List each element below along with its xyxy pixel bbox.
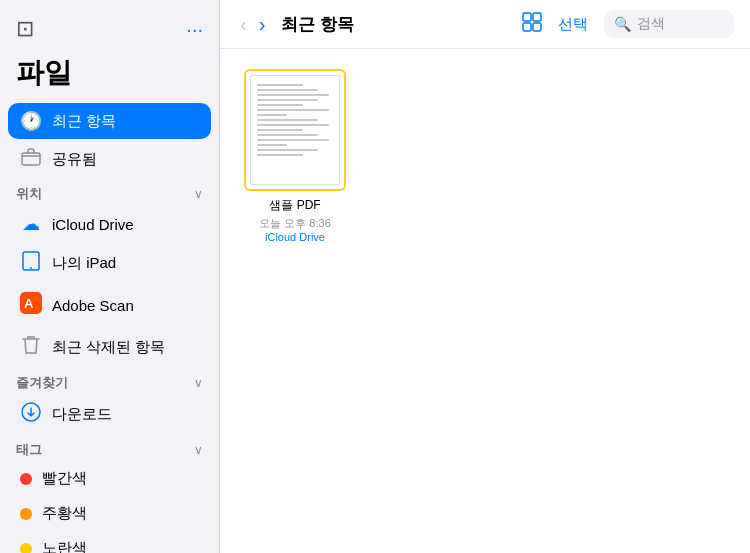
pdf-line: [257, 129, 303, 131]
sidebar-item-deleted[interactable]: 최근 삭제된 항목: [8, 328, 211, 367]
sidebar-item-tag-yellow[interactable]: 노란색: [8, 532, 211, 553]
sidebar-item-label: 나의 iPad: [52, 254, 116, 273]
pdf-line: [257, 124, 329, 126]
icloud-icon: ☁: [20, 213, 42, 235]
forward-button[interactable]: ›: [255, 11, 270, 38]
sidebar-item-downloads[interactable]: 다운로드: [8, 395, 211, 434]
sidebar-item-label: 최근 항목: [52, 112, 116, 131]
topbar-nav: ‹ ›: [236, 11, 269, 38]
folder-shared-icon: [20, 148, 42, 171]
sidebar-item-label: 주황색: [42, 504, 87, 523]
pdf-line: [257, 149, 318, 151]
section-header-location: 위치 ∨: [0, 179, 219, 205]
svg-rect-6: [523, 13, 531, 21]
pdf-line: [257, 104, 303, 106]
sidebar-title: 파일: [16, 57, 72, 88]
sidebar-item-label: 노란색: [42, 539, 87, 553]
sidebar-item-ipad[interactable]: 나의 iPad: [8, 244, 211, 283]
sidebar-item-label: 빨간색: [42, 469, 87, 488]
back-button[interactable]: ‹: [236, 11, 251, 38]
chevron-down-icon[interactable]: ∨: [194, 443, 203, 457]
adobe-scan-icon: A: [20, 292, 42, 319]
topbar: ‹ › 최근 항목 선택 🔍 검색: [220, 0, 750, 49]
pdf-line: [257, 154, 303, 156]
sidebar-item-icloud[interactable]: ☁ iCloud Drive: [8, 206, 211, 242]
search-input[interactable]: 검색: [637, 15, 665, 33]
svg-rect-9: [533, 23, 541, 31]
pdf-line: [257, 89, 318, 91]
select-button[interactable]: 선택: [558, 15, 588, 34]
topbar-right: 선택 🔍 검색: [522, 10, 734, 38]
file-grid: 샘플 PDF 오늘 오후 8:36 iCloud Drive: [220, 49, 750, 553]
download-icon: [20, 402, 42, 427]
sidebar-item-label: Adobe Scan: [52, 297, 134, 314]
pdf-line: [257, 139, 329, 141]
svg-rect-8: [523, 23, 531, 31]
trash-icon: [20, 335, 42, 360]
pdf-line: [257, 94, 329, 96]
sidebar-item-label: 다운로드: [52, 405, 112, 424]
breadcrumb: 최근 항목: [281, 13, 354, 36]
svg-point-2: [30, 267, 32, 269]
search-icon: 🔍: [614, 16, 631, 32]
svg-rect-7: [533, 13, 541, 21]
svg-rect-0: [22, 153, 40, 165]
sidebar: ⊡ ··· 파일 🕐 최근 항목 공유됨 위치 ∨ ☁ iCloud Drive: [0, 0, 220, 553]
tag-dot-yellow: [20, 543, 32, 554]
sidebar-item-tag-red[interactable]: 빨간색: [8, 462, 211, 495]
section-header-tags: 태그 ∨: [0, 435, 219, 461]
main-content: ‹ › 최근 항목 선택 🔍 검색: [220, 0, 750, 553]
pdf-line: [257, 134, 318, 136]
pdf-line: [257, 84, 303, 86]
file-item[interactable]: 샘플 PDF 오늘 오후 8:36 iCloud Drive: [240, 69, 350, 243]
section-header-favorites: 즐겨찾기 ∨: [0, 368, 219, 394]
sidebar-item-shared[interactable]: 공유됨: [8, 141, 211, 178]
tag-dot-orange: [20, 508, 32, 520]
svg-text:A: A: [24, 296, 34, 311]
sidebar-toggle-icon[interactable]: ⊡: [16, 16, 34, 42]
sidebar-item-label: iCloud Drive: [52, 216, 134, 233]
pdf-line: [257, 99, 318, 101]
chevron-down-icon[interactable]: ∨: [194, 376, 203, 390]
pdf-line: [257, 114, 287, 116]
search-box[interactable]: 🔍 검색: [604, 10, 734, 38]
file-thumbnail: [250, 75, 340, 185]
chevron-down-icon[interactable]: ∨: [194, 187, 203, 201]
section-title-favorites: 즐겨찾기: [16, 374, 68, 392]
sidebar-header: ⊡ ···: [0, 12, 219, 54]
pdf-line: [257, 144, 287, 146]
section-title-location: 위치: [16, 185, 42, 203]
pdf-line: [257, 119, 318, 121]
sidebar-item-label: 공유됨: [52, 150, 97, 169]
file-source: iCloud Drive: [265, 231, 325, 243]
file-meta: 오늘 오후 8:36: [259, 216, 331, 231]
ipad-icon: [20, 251, 42, 276]
grid-view-button[interactable]: [522, 12, 542, 37]
sidebar-item-recent[interactable]: 🕐 최근 항목: [8, 103, 211, 139]
file-thumbnail-wrapper: [244, 69, 346, 191]
sidebar-more-icon[interactable]: ···: [186, 18, 203, 41]
section-title-tags: 태그: [16, 441, 42, 459]
pdf-line: [257, 109, 329, 111]
clock-icon: 🕐: [20, 110, 42, 132]
sidebar-item-label: 최근 삭제된 항목: [52, 338, 165, 357]
sidebar-item-adobe[interactable]: A Adobe Scan: [8, 285, 211, 326]
file-name: 샘플 PDF: [269, 197, 320, 214]
sidebar-item-tag-orange[interactable]: 주황색: [8, 497, 211, 530]
tag-dot-red: [20, 473, 32, 485]
pdf-preview: [251, 76, 339, 167]
